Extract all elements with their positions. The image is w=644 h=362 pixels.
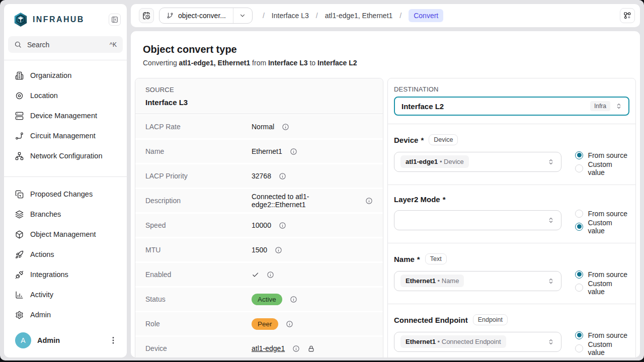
page-header: Object convert type Converting atl1-edge… xyxy=(131,31,640,67)
radio-from-source[interactable]: From source xyxy=(575,150,629,160)
radio-button[interactable] xyxy=(575,164,583,172)
radio-custom-value[interactable]: Custom value xyxy=(575,343,629,353)
source-value-text: 32768 xyxy=(252,172,271,180)
field-select-layer2-mode[interactable] xyxy=(394,210,561,230)
field-select-device[interactable]: atl1-edge1 • Device xyxy=(394,152,561,172)
field-value-sub: • Connected Endpoint xyxy=(436,338,501,345)
app-window: INFRAHUB Search ^K OrganizationLocationD… xyxy=(0,0,644,360)
page-title: Object convert type xyxy=(143,44,628,55)
info-icon[interactable] xyxy=(286,320,293,328)
main-content: Object convert type Converting atl1-edge… xyxy=(131,31,640,357)
sidebar-item-object-management[interactable]: Object Management xyxy=(4,224,127,244)
radio-from-source[interactable]: From source xyxy=(575,269,629,280)
info-icon[interactable] xyxy=(292,345,300,352)
topbar: object-conver... /Interface L3/atl1-edge… xyxy=(131,4,640,27)
sidebar-item-organization[interactable]: Organization xyxy=(4,65,127,85)
sidebar-item-label: Location xyxy=(30,92,58,100)
source-panel-label: SOURCE xyxy=(145,86,373,94)
radio-button[interactable] xyxy=(575,284,583,292)
chevron-down-icon xyxy=(239,12,246,19)
cube-icon xyxy=(15,230,24,239)
source-row-value: Ethernet1 xyxy=(252,147,297,155)
source-row-speed: Speed10000 xyxy=(135,214,383,237)
radio-custom-value[interactable]: Custom value xyxy=(575,163,629,173)
radio-button[interactable] xyxy=(575,223,583,231)
info-icon[interactable] xyxy=(267,271,274,279)
panel-collapse-icon xyxy=(111,16,118,23)
sidebar-item-activity[interactable]: Activity xyxy=(4,285,127,305)
sidebar-item-admin[interactable]: Admin xyxy=(4,305,127,325)
sidebar-item-label: Organization xyxy=(30,71,71,79)
avatar: A xyxy=(15,332,31,348)
radio-button[interactable] xyxy=(575,151,583,159)
sidebar-item-proposed-changes[interactable]: Proposed Changes xyxy=(4,184,127,204)
radio-button[interactable] xyxy=(575,344,583,352)
branch-name: object-conver... xyxy=(178,12,226,20)
field-select-name[interactable]: Ethernet1 • Name xyxy=(394,271,561,291)
radio-button[interactable] xyxy=(575,270,583,279)
destination-type-select[interactable]: Interface L2 Infra xyxy=(394,97,629,116)
radio-button[interactable] xyxy=(575,331,583,339)
required-marker: * xyxy=(417,255,420,263)
plug-icon xyxy=(15,270,24,279)
field-label-row: Device*Device xyxy=(394,134,629,145)
radio-group: From sourceCustom value xyxy=(575,150,629,173)
radio-label: Custom value xyxy=(588,219,629,235)
sidebar-item-location[interactable]: Location xyxy=(4,85,127,106)
info-icon[interactable] xyxy=(279,222,286,229)
destination-panel: DESTINATION Interface L2 Infra Device*De… xyxy=(387,78,636,357)
radio-custom-value[interactable]: Custom value xyxy=(575,282,629,293)
info-icon[interactable] xyxy=(290,296,297,303)
radio-custom-value[interactable]: Custom value xyxy=(575,221,629,232)
network-icon xyxy=(15,152,24,160)
breadcrumb-separator: / xyxy=(316,12,318,20)
destination-panel-header: DESTINATION Interface L2 Infra xyxy=(388,78,635,124)
breadcrumb-item-interface-l3[interactable]: Interface L3 xyxy=(272,12,309,20)
info-icon[interactable] xyxy=(275,246,282,254)
sidebar-collapse-button[interactable] xyxy=(109,14,121,26)
kebab-icon xyxy=(109,336,118,345)
schema-button[interactable] xyxy=(620,8,635,23)
sidebar-item-integrations[interactable]: Integrations xyxy=(4,264,127,285)
sidebar-item-network-configuration[interactable]: Network Configuration xyxy=(4,146,127,166)
sidebar-item-actions[interactable]: Actions xyxy=(4,244,127,264)
sidebar-item-label: Circuit Management xyxy=(30,132,96,140)
chevrons-up-down-icon xyxy=(547,338,555,346)
sidebar-item-device-management[interactable]: Device Management xyxy=(4,106,127,126)
field-value-pill: atl1-edge1 • Device xyxy=(400,155,469,168)
radio-from-source[interactable]: From source xyxy=(575,208,629,219)
info-icon[interactable] xyxy=(282,123,289,131)
user-name: Admin xyxy=(37,336,103,344)
field-select-connected-endpoint[interactable]: Ethernet1 • Connected Endpoint xyxy=(394,332,561,352)
branch-selector[interactable]: object-conver... xyxy=(159,8,253,24)
field-value-main: Ethernet1 xyxy=(406,277,436,285)
user-row: A Admin xyxy=(4,325,127,357)
source-row-role: RolePeer xyxy=(135,312,383,335)
sidebar-item-circuit-management[interactable]: Circuit Management xyxy=(4,126,127,146)
route-icon xyxy=(15,132,24,140)
info-icon[interactable] xyxy=(290,148,297,155)
breadcrumb-item-convert[interactable]: Convert xyxy=(409,9,443,22)
destination-field-device: Device*Deviceatl1-edge1 • DeviceFrom sou… xyxy=(388,124,635,185)
sidebar-item-label: Admin xyxy=(30,311,51,319)
sidebar-group: OrganizationLocationDevice ManagementCir… xyxy=(4,62,127,169)
source-value-link[interactable]: atl1-edge1 xyxy=(252,344,285,352)
branch-selector-main: object-conver... xyxy=(159,8,233,23)
sidebar-item-branches[interactable]: Branches xyxy=(4,204,127,224)
breadcrumb-item-atl1-edge1-ethernet1[interactable]: atl1-edge1, Ethernet1 xyxy=(325,12,393,20)
radio-from-source[interactable]: From source xyxy=(575,330,629,340)
date-picker-button[interactable] xyxy=(139,8,154,23)
source-panel-header: SOURCE Interface L3 xyxy=(135,78,383,114)
source-row-value: Peer xyxy=(252,318,293,330)
sidebar-nav: OrganizationLocationDevice ManagementCir… xyxy=(4,60,127,325)
user-menu-button[interactable] xyxy=(109,336,118,345)
radio-button[interactable] xyxy=(575,210,583,218)
info-icon[interactable] xyxy=(365,197,373,205)
search-input[interactable]: Search ^K xyxy=(8,36,123,53)
info-icon[interactable] xyxy=(279,172,286,180)
gear-icon xyxy=(15,311,24,319)
source-row-label: Description xyxy=(145,197,252,205)
branch-selector-caret[interactable] xyxy=(233,8,252,23)
search-shortcut: ^K xyxy=(110,41,117,48)
sidebar-item-label: Network Configuration xyxy=(30,152,102,160)
